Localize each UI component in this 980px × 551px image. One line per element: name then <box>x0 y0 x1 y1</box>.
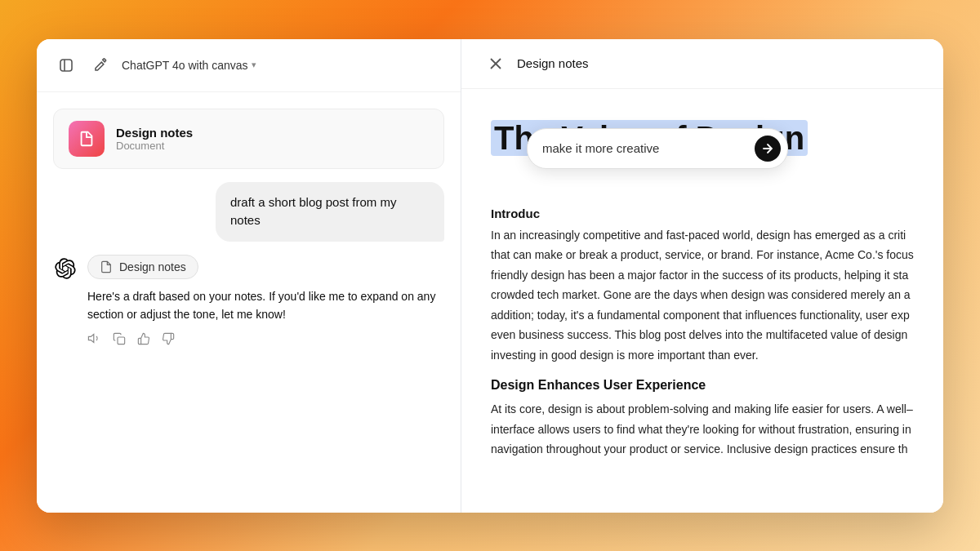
ai-avatar <box>53 256 78 281</box>
document-icon <box>78 130 96 148</box>
left-header: ChatGPT 4o with canvas ▾ <box>37 39 461 92</box>
model-selector[interactable]: ChatGPT 4o with canvas ▾ <box>122 59 256 72</box>
chip-label: Design notes <box>119 260 186 273</box>
right-panel-title: Design notes <box>517 56 589 70</box>
send-icon <box>761 142 774 155</box>
thumbs-down-icon[interactable] <box>162 332 175 345</box>
doc-icon <box>69 121 105 157</box>
app-container: ChatGPT 4o with canvas ▾ Design notes Do… <box>37 39 943 513</box>
section1-body: At its core, design is about problem-sol… <box>491 399 914 460</box>
copy-icon[interactable] <box>113 332 126 345</box>
user-message-wrapper: draft a short blog post from my notes <box>53 182 444 242</box>
left-content: Design notes Document draft a short blog… <box>37 92 461 513</box>
chip-doc-icon <box>100 260 113 273</box>
sidebar-toggle-button[interactable] <box>53 52 79 78</box>
doc-title: Design notes <box>116 126 193 140</box>
ai-actions <box>87 331 444 345</box>
thumbs-up-icon[interactable] <box>137 332 150 345</box>
document-card[interactable]: Design notes Document <box>53 109 444 169</box>
design-notes-chip[interactable]: Design notes <box>87 255 198 279</box>
ai-text: Here's a draft based on your notes. If y… <box>87 287 444 324</box>
user-message: draft a short blog post from my notes <box>216 182 444 242</box>
intro-body: In an increasingly competitive and fast-… <box>491 225 914 366</box>
chevron-down-icon: ▾ <box>252 60 256 70</box>
openai-logo <box>55 258 76 279</box>
canvas-send-button[interactable] <box>755 136 781 162</box>
right-panel: Design notes The Value of Design Introdu… <box>461 39 943 513</box>
canvas-edit-box <box>527 128 788 169</box>
intro-label: Introduc <box>491 207 914 220</box>
svg-marker-2 <box>88 335 93 343</box>
svg-rect-0 <box>60 60 72 71</box>
svg-rect-3 <box>118 337 125 344</box>
ai-response-wrapper: Design notes Here's a draft based on you… <box>53 255 444 346</box>
canvas-edit-input[interactable] <box>542 141 748 155</box>
right-content: The Value of Design Introduc In an incre… <box>461 89 943 513</box>
right-header: Design notes <box>461 39 943 89</box>
doc-type: Document <box>116 140 193 152</box>
ai-content: Design notes Here's a draft based on you… <box>87 255 444 346</box>
doc-info: Design notes Document <box>116 126 193 152</box>
section1-heading: Design Enhances User Experience <box>491 378 914 393</box>
left-panel: ChatGPT 4o with canvas ▾ Design notes Do… <box>37 39 461 513</box>
close-button[interactable] <box>484 52 507 75</box>
volume-icon[interactable] <box>87 331 101 345</box>
new-chat-button[interactable] <box>87 52 114 78</box>
